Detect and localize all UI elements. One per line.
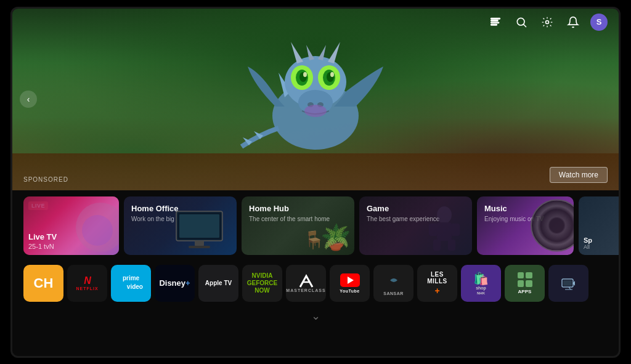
card-home-hub[interactable]: Home Hub The center of the smart home 🪴 … [242,196,354,255]
app-ch[interactable]: CH [23,265,63,302]
app-netflix[interactable]: N NETFLIX [67,265,107,302]
svg-marker-22 [291,42,303,63]
app-shop[interactable]: 🛍️ shopNHK [461,265,501,302]
card-music[interactable]: Music Enjoying music on TV [477,196,574,255]
svg-rect-40 [451,224,460,236]
svg-point-6 [546,20,549,23]
svg-rect-38 [437,222,452,241]
app-apps[interactable]: APPS [505,265,545,302]
svg-point-37 [437,206,452,224]
sp-subtitle: All [584,244,619,250]
app-sansar[interactable]: SANSAR [373,265,413,302]
chair-decoration: 🪑 [303,230,325,250]
app-prime-video[interactable]: prime↗ video [111,265,151,302]
apps-row: CH N NETFLIX prime↗ video Disney+ Apple … [12,261,619,308]
user-avatar[interactable]: S [590,14,608,31]
app-masterclass[interactable]: MASTERCLASS [286,265,326,302]
settings-icon[interactable] [539,14,556,31]
svg-line-5 [524,24,526,26]
live-tv-title: Live TV [28,232,114,243]
top-bar: S [476,9,619,36]
svg-rect-35 [195,241,204,246]
monitor-illustration [173,210,232,250]
svg-rect-0 [491,18,500,19]
svg-point-21 [330,72,334,77]
card-sp[interactable]: Sp All [579,196,619,255]
sponsored-badge: SPONSORED [23,176,68,183]
live-tv-subtitle: 25-1 tvN [28,243,114,250]
bottom-chevron: ⌄ [12,308,619,324]
card-home-office[interactable]: Home Office Work on the big screen [124,196,237,255]
svg-rect-45 [563,280,572,286]
card-live-tv[interactable]: LIVE Live TV 25-1 tvN [23,196,119,255]
vinyl-record [531,200,574,252]
svg-rect-3 [491,24,497,25]
game-figure [420,203,469,252]
watch-more-button[interactable]: Watch more [550,167,608,183]
sp-title: Sp [584,237,619,244]
search-icon[interactable] [513,14,530,31]
app-youtube[interactable]: YouTube [330,265,370,302]
app-geforce-now[interactable]: NVIDIAGEFORCENOW [242,265,282,302]
svg-rect-34 [179,214,219,238]
bell-icon[interactable] [564,14,582,31]
prev-button[interactable]: ‹ [20,91,37,108]
svg-rect-42 [448,240,455,251]
tv-frame: S [10,7,621,358]
hero-banner: ‹ SPONSORED Watch more [12,9,619,190]
list-icon[interactable] [487,14,504,31]
plant-decoration: 🪴 [320,223,351,252]
app-disney-plus[interactable]: Disney+ [155,265,195,302]
app-lesmills[interactable]: LESMILLS + [417,265,457,302]
svg-rect-39 [429,224,438,236]
app-cast[interactable] [548,265,588,302]
svg-point-28 [304,105,327,117]
home-hub-subtitle: The center of the smart home [249,215,347,223]
hero-dragon-svg [217,11,414,171]
svg-point-20 [303,72,307,77]
cards-row: LIVE Live TV 25-1 tvN Home Office Work o… [12,190,619,261]
log-base [12,153,619,190]
app-apple-tv[interactable]: Apple TV [198,265,238,302]
svg-rect-41 [433,240,441,251]
home-hub-title: Home Hub [249,204,347,213]
card-game[interactable]: Game The best game experience [359,196,472,255]
svg-rect-1 [491,20,499,21]
svg-marker-23 [328,42,340,63]
svg-rect-2 [491,22,499,23]
svg-rect-36 [189,246,210,248]
